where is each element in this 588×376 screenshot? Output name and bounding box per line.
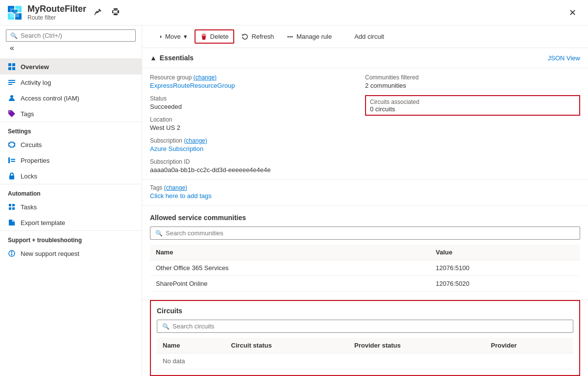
svg-rect-9 — [8, 80, 15, 81]
activity-log-icon — [8, 78, 16, 86]
main-layout: 🔍 « Overview Activity log Access control… — [0, 25, 588, 376]
resource-group-label: Resource group (change) — [150, 74, 365, 81]
sidebar-item-overview[interactable]: Overview — [0, 59, 142, 75]
resource-group-change-link[interactable]: (change) — [194, 74, 217, 81]
essentials-right-col: Communities filtered 2 communities Circu… — [365, 74, 580, 174]
community-value-1: 12076:5100 — [430, 260, 580, 276]
svg-rect-13 — [8, 157, 10, 163]
svg-rect-17 — [9, 204, 11, 206]
subscription-id-item: Subscription ID aaaa0a0a-bb1b-cc2c-dd3d-… — [150, 158, 365, 174]
circuits-search-input[interactable] — [172, 323, 568, 330]
communities-search-input[interactable] — [166, 229, 575, 237]
circuits-col-circuit-status: Circuit status — [225, 338, 348, 353]
sidebar-item-properties[interactable]: Properties — [0, 152, 142, 168]
search-input[interactable] — [21, 32, 131, 39]
sidebar-item-label: Locks — [21, 173, 37, 180]
sidebar-item-label: Tags — [21, 110, 34, 118]
add-circuit-label: Add circuit — [354, 33, 384, 40]
refresh-label: Refresh — [251, 33, 274, 40]
svg-rect-20 — [12, 207, 15, 210]
communities-search-bar[interactable]: 🔍 — [150, 226, 580, 240]
tags-change-link[interactable]: (change) — [164, 184, 187, 191]
communities-col-value: Value — [430, 245, 580, 260]
move-button[interactable]: Move ▾ — [150, 30, 193, 43]
sidebar-item-label: New support request — [21, 250, 79, 257]
refresh-button[interactable]: Refresh — [236, 30, 279, 43]
svg-rect-18 — [12, 204, 15, 206]
sidebar-item-tags[interactable]: Tags — [0, 106, 142, 122]
communities-table: Name Value Other Office 365 Services 120… — [150, 245, 580, 292]
location-label: Location — [150, 116, 365, 123]
circuits-table: Name Circuit status Provider status Prov… — [157, 338, 573, 369]
tasks-icon — [8, 203, 16, 211]
sidebar: 🔍 « Overview Activity log Access control… — [0, 25, 142, 376]
subscription-id-value: aaaa0a0a-bb1b-cc2c-dd3d-eeeeee4e4e4e — [150, 166, 365, 174]
circuits-search-bar[interactable]: 🔍 — [157, 320, 573, 333]
sidebar-item-activity-log[interactable]: Activity log — [0, 75, 142, 90]
tags-add-link[interactable]: Click here to add tags — [150, 192, 212, 200]
circuits-col-provider: Provider — [485, 338, 573, 353]
search-box[interactable]: 🔍 — [6, 29, 136, 42]
sidebar-item-new-support[interactable]: New support request — [0, 246, 142, 261]
table-row: Other Office 365 Services 12076:5100 — [150, 260, 580, 276]
circuits-assoc-value: 0 circuits — [370, 105, 395, 113]
manage-rule-button[interactable]: Manage rule — [281, 30, 337, 43]
community-value-2: 12076:5020 — [430, 276, 580, 292]
print-button[interactable] — [110, 6, 122, 20]
access-control-icon — [8, 94, 16, 102]
sidebar-item-export-template[interactable]: Export template — [0, 215, 142, 230]
svg-rect-19 — [9, 207, 11, 210]
app-icon — [8, 6, 22, 20]
svg-rect-8 — [12, 67, 15, 70]
circuits-col-name: Name — [157, 338, 225, 353]
essentials-grid: Resource group (change) ExpressRouteReso… — [142, 68, 588, 180]
status-label: Status — [150, 95, 365, 102]
communities-section-title: Allowed service communities — [150, 214, 580, 222]
sidebar-search-container: 🔍 « — [0, 25, 142, 59]
settings-section-header: Settings — [0, 122, 142, 137]
svg-point-22 — [11, 251, 13, 253]
manage-rule-label: Manage rule — [296, 33, 332, 40]
subscription-change-link[interactable]: (change) — [184, 137, 207, 144]
circuits-assoc-item: Circuits associated 0 circuits — [365, 95, 580, 116]
sidebar-item-label: Overview — [21, 63, 49, 71]
svg-rect-14 — [11, 159, 15, 160]
svg-point-23 — [287, 36, 289, 37]
overview-icon — [8, 63, 16, 71]
sidebar-item-label: Tasks — [21, 203, 37, 211]
circuits-associated-box: Circuits associated 0 circuits — [365, 95, 580, 116]
sidebar-collapse-button[interactable]: « — [8, 42, 16, 54]
subscription-value[interactable]: Azure Subscription — [150, 145, 365, 152]
search-icon: 🔍 — [162, 323, 170, 330]
properties-icon — [8, 156, 16, 164]
search-icon: 🔍 — [10, 32, 18, 39]
circuits-col-provider-status: Provider status — [348, 338, 485, 353]
circuits-section-title: Circuits — [157, 307, 573, 315]
resource-name: MyRouteFilter — [27, 4, 86, 14]
title-bar: MyRouteFilter Route filter ✕ — [0, 0, 588, 25]
json-view-link[interactable]: JSON View — [548, 54, 580, 62]
no-data-label: No data — [157, 353, 573, 369]
communities-value: 2 communities — [365, 82, 580, 89]
sidebar-item-label: Circuits — [21, 141, 42, 149]
resource-group-value[interactable]: ExpressRouteResourceGroup — [150, 82, 365, 89]
svg-point-25 — [291, 36, 293, 37]
table-row: No data — [157, 353, 573, 369]
title-bar-left: MyRouteFilter Route filter — [8, 4, 122, 21]
svg-rect-7 — [8, 67, 11, 70]
content-area: Move ▾ Delete Refresh Manage rule Add ci… — [142, 25, 588, 376]
communities-section: Allowed service communities 🔍 Name Value — [142, 206, 588, 300]
sidebar-item-access-control[interactable]: Access control (IAM) — [0, 90, 142, 106]
resource-group-item: Resource group (change) ExpressRouteReso… — [150, 74, 365, 89]
sidebar-item-locks[interactable]: Locks — [0, 168, 142, 184]
add-circuit-button[interactable]: Add circuit — [339, 30, 390, 43]
delete-button[interactable]: Delete — [195, 29, 235, 44]
svg-rect-11 — [8, 84, 12, 85]
circuits-icon — [8, 141, 16, 149]
pin-button[interactable] — [92, 6, 104, 20]
svg-rect-16 — [9, 175, 14, 179]
title-text: MyRouteFilter Route filter — [27, 4, 86, 21]
sidebar-item-circuits[interactable]: Circuits — [0, 137, 142, 152]
close-button[interactable]: ✕ — [565, 5, 580, 20]
sidebar-item-tasks[interactable]: Tasks — [0, 199, 142, 215]
